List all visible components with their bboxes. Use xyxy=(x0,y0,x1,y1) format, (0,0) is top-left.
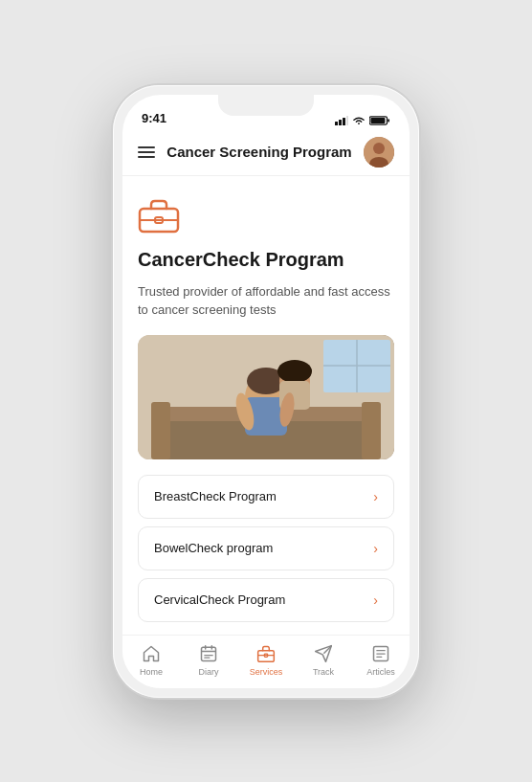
nav-item-articles[interactable]: Articles xyxy=(360,643,402,677)
nav-label-track: Track xyxy=(313,667,334,677)
chevron-right-icon: › xyxy=(373,489,378,504)
program-description: Trusted provider of affordable and fast … xyxy=(138,282,394,320)
svg-rect-16 xyxy=(151,402,170,459)
svg-point-22 xyxy=(277,360,312,383)
menu-button[interactable] xyxy=(138,146,155,158)
service-item-cervicalcheck[interactable]: CervicalCheck Program › xyxy=(138,578,394,622)
services-icon xyxy=(255,643,277,664)
service-item-bowelcheck[interactable]: BowelCheck program › xyxy=(138,526,394,570)
svg-rect-17 xyxy=(362,402,381,459)
app-header: Cancer Screening Program xyxy=(122,129,410,176)
nav-item-home[interactable]: Home xyxy=(130,643,172,677)
svg-rect-6 xyxy=(370,118,385,123)
nav-label-services: Services xyxy=(250,667,283,677)
svg-rect-2 xyxy=(343,118,345,125)
phone-frame: 9:41 xyxy=(113,85,419,698)
svg-rect-1 xyxy=(339,120,342,125)
chevron-right-icon: › xyxy=(373,541,378,556)
service-list: BreastCheck Program › BowelCheck program… xyxy=(138,475,394,630)
user-avatar[interactable] xyxy=(364,137,394,168)
service-label: BreastCheck Program xyxy=(154,489,277,503)
svg-rect-35 xyxy=(258,650,275,661)
home-icon xyxy=(141,643,162,664)
svg-rect-3 xyxy=(346,116,348,125)
status-time: 9:41 xyxy=(142,111,166,125)
status-icons xyxy=(335,116,390,125)
nav-item-track[interactable]: Track xyxy=(302,643,344,677)
phone-notch xyxy=(218,95,314,116)
nav-item-services[interactable]: Services xyxy=(245,643,287,677)
program-title: CancerCheck Program xyxy=(138,249,394,271)
articles-icon xyxy=(370,643,391,664)
nav-label-home: Home xyxy=(140,667,163,677)
briefcase-icon xyxy=(138,195,180,234)
svg-rect-5 xyxy=(388,119,389,122)
nav-label-diary: Diary xyxy=(198,667,218,677)
nav-label-articles: Articles xyxy=(366,667,395,677)
diary-icon xyxy=(198,643,219,664)
service-label: BowelCheck program xyxy=(154,541,273,555)
program-icon-container xyxy=(138,195,394,237)
page-title: Cancer Screening Program xyxy=(166,144,351,160)
svg-rect-29 xyxy=(202,647,216,660)
svg-point-8 xyxy=(373,143,385,154)
track-icon xyxy=(313,643,334,664)
hero-image xyxy=(138,335,394,459)
wifi-icon xyxy=(352,116,366,125)
service-item-breastcheck[interactable]: BreastCheck Program › xyxy=(138,475,394,519)
content-area: CancerCheck Program Trusted provider of … xyxy=(122,176,410,635)
signal-icon xyxy=(335,116,348,125)
bottom-nav: Home Diary xyxy=(122,635,410,688)
battery-icon xyxy=(369,116,390,125)
couple-illustration xyxy=(138,335,394,459)
phone-screen: 9:41 xyxy=(122,95,410,688)
nav-item-diary[interactable]: Diary xyxy=(188,643,230,677)
chevron-right-icon: › xyxy=(373,592,378,608)
service-label: CervicalCheck Program xyxy=(154,592,285,607)
svg-rect-0 xyxy=(335,122,338,125)
